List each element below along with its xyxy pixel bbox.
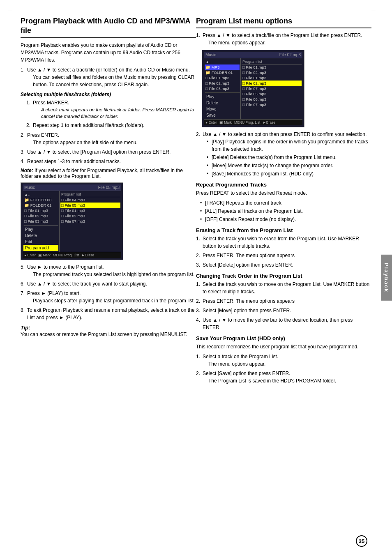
step-5: 5. Use ► to move to the Program list. Th…: [21, 263, 196, 278]
repeat-title: Repeat Programmed Tracks: [196, 182, 371, 188]
sc2-prog-header: Program list: [242, 59, 302, 64]
marker-step-1: 1. Press MARKER. A check mark appears on…: [26, 99, 196, 120]
corner-tl: —: [8, 8, 12, 13]
content-area: Program Playback with Audio CD and MP3/W…: [0, 16, 392, 539]
right-step-2: 2. Use ▲ / ▼ to select an option then pr…: [196, 131, 371, 177]
step-3: 3. Use ▲ / ▼ to select the [Program Add]…: [21, 148, 196, 156]
sc2-row-f01: 📁 FOLDER 01: [205, 70, 240, 75]
sc2-menu-move: Move: [205, 106, 240, 112]
step-6: 6. Use ▲ / ▼ to select the track you wan…: [21, 280, 196, 288]
sc1-menu-program-add: Program add: [23, 245, 58, 251]
sc2-header: Music File 02.mp3: [204, 52, 302, 58]
sc2-prog-3: □ File 01.mp3: [242, 75, 302, 81]
sc2-right: Program list □ File 01.mp3 □ File 02.mp3…: [241, 58, 302, 119]
sc2-menu-delete: Delete: [205, 100, 240, 106]
save-intro: This recorder memorizes the user program…: [196, 343, 371, 350]
erase-step-1: 1. Select the track you wish to erase fr…: [196, 235, 371, 250]
sc1-row-file02: □ File 02.mp3: [23, 213, 58, 219]
repeat-list: [TRACK] Repeats the current track. [ALL]…: [200, 199, 371, 223]
sc2-row-file01: □ File 01.mp3: [205, 75, 240, 81]
sc2-prog-6: □ File 05.mp3: [242, 91, 302, 97]
option-play: [Play] Playback begins in the order in w…: [207, 138, 371, 153]
sc1-menu-delete: Delete: [23, 233, 58, 239]
repeat-off: [OFF] Cancels Repeat mode (no display).: [200, 216, 371, 223]
sc2-menu-save: Save: [205, 112, 240, 118]
sc2-prog-4: □ File 02.mp3: [242, 81, 302, 86]
main-steps-continued: 2. Press ENTER. The options appear on th…: [21, 131, 196, 165]
change-step-1: 1. Select the track you wish to move on …: [196, 281, 371, 295]
change-step-2: 2. Press ENTER. The menu options appears: [196, 297, 371, 305]
sc1-footer: ● Enter ▣ Mark MENU Prog. List ►Erase: [23, 252, 121, 258]
sc1-header: Music File 05.mp3: [23, 184, 121, 191]
right-step-1: 1. Press ▲ / ▼ to select a track/file on…: [196, 32, 371, 46]
sc1-menu-edit: Edit: [23, 239, 58, 245]
sc1-prog-3: □ File 01.mp3: [60, 208, 120, 213]
screenshot-1: Music File 05.mp3 ▲.. 📁 FOLDER 00 📁 FOLD…: [21, 182, 123, 260]
save-title: Save Your Program List (HDD only): [196, 335, 371, 341]
erase-step-2: 2. Press ENTER. The menu options appears: [196, 252, 371, 259]
change-step-3: 3. Select [Move] option then press ENTER…: [196, 307, 371, 314]
sc2-prog-2: □ File 02.mp3: [242, 70, 302, 75]
main-steps-5-8: 5. Use ► to move to the Program list. Th…: [21, 263, 196, 321]
sc1-prog-2: □ File 05.mp3: [60, 203, 120, 208]
sc1-prog-5: □ File 07.mp3: [60, 219, 120, 224]
right-steps-2: 2. Use ▲ / ▼ to select an option then pr…: [196, 131, 371, 177]
save-step-1: 1. Select a track on the Program List. T…: [196, 353, 371, 368]
sc2-row-up: ▲..: [205, 59, 240, 64]
option-bullets: [Play] Playback begins in the order in w…: [207, 138, 371, 177]
step-2: 2. Press ENTER. The options appear on th…: [21, 131, 196, 146]
sc2-prog-8: □ File 07.mp3: [242, 102, 302, 107]
erase-step-3: 3. Select [Delete] option then press ENT…: [196, 261, 371, 269]
screenshot-2: Music File 02.mp3 ▲.. 📁 MP3 📁 FOLDER 01 …: [202, 50, 304, 127]
sc1-row-f01: 📁 FOLDER 01: [23, 203, 58, 208]
sc1-row-up: ▲..: [23, 192, 58, 197]
option-save: [Save] Memorizes the program list. (HDD …: [207, 170, 371, 177]
change-step-4: 4. Use ▲ / ▼ to move the yellow bar to t…: [196, 316, 371, 331]
note-block: Note: If you select a folder for Program…: [21, 168, 196, 179]
repeat-track: [TRACK] Repeats the current track.: [200, 199, 371, 207]
sc1-menu-play: Play: [23, 226, 58, 233]
sc1-row-file03: □ File 03.mp3: [23, 219, 58, 224]
sc1-row-f00: 📁 FOLDER 00: [23, 197, 58, 203]
erase-title: Erasing a Track from the Program List: [196, 227, 371, 233]
save-step-2: 2. Select [Save] option then press ENTER…: [196, 370, 371, 385]
right-section-title: Program List menu options: [196, 16, 371, 28]
page-number: 35: [356, 535, 367, 547]
erase-list: 1. Select the track you wish to erase fr…: [196, 235, 371, 269]
repeat-all: [ALL] Repeats all tracks on the Program …: [200, 207, 371, 215]
save-list: 1. Select a track on the Program List. T…: [196, 353, 371, 385]
corner-tr: —: [371, 8, 376, 13]
sc2-prog-1: □ File 01.mp3: [242, 64, 302, 70]
intro-text: Program Playback enables you to make cus…: [21, 41, 196, 64]
sc2-left: ▲.. 📁 MP3 📁 FOLDER 01 □ File 01.mp3 □ Fi…: [204, 58, 241, 119]
marker-step-1-italic: A check mark appears on the file/track o…: [41, 106, 196, 120]
left-column: Program Playback with Audio CD and MP3/W…: [21, 16, 196, 539]
sc1-prog-4: □ File 02.mp3: [60, 213, 120, 219]
selecting-heading: Selecting multiple files/tracks (folders…: [21, 92, 196, 97]
sc1-right: Program list □ File 04.mp3 □ File 05.mp3…: [60, 191, 121, 252]
page: — — — Program Playback with Audio CD and…: [0, 0, 392, 555]
step-1: 1. Use ▲ / ▼ to select a track/file (or …: [21, 66, 196, 88]
step-7: 7. Press ► (PLAY) to start. Playback sto…: [21, 290, 196, 304]
sc1-prog-header: Program list: [60, 192, 120, 197]
sc2-menu-play: Play: [205, 94, 240, 100]
change-list: 1. Select the track you wish to move on …: [196, 281, 371, 331]
sc2-body: ▲.. 📁 MP3 📁 FOLDER 01 □ File 01.mp3 □ Fi…: [204, 58, 302, 119]
change-title: Changing Track Order in the Program List: [196, 273, 371, 279]
repeat-intro: Press REPEAT to select the desired Repea…: [196, 189, 371, 197]
option-move: [Move] Moves the track(s) to change the …: [207, 162, 371, 169]
sc1-prog-1: □ File 04.mp3: [60, 197, 120, 203]
sc2-footer: ● Enter ▣ Mark MENU Prog. List ►Erase: [204, 119, 302, 125]
selecting-sublist: 1. Press MARKER. A check mark appears on…: [26, 99, 196, 129]
side-tab: Playback: [381, 254, 392, 300]
sc2-row-mp3: 📁 MP3: [205, 64, 240, 70]
marker-step-2: 2. Repeat step 1 to mark additional file…: [26, 122, 196, 129]
step-4: 4. Repeat steps 1-3 to mark additional t…: [21, 158, 196, 165]
step-list-main: 1. Use ▲ / ▼ to select a track/file (or …: [21, 66, 196, 88]
step-8: 8. To exit Program Playback and resume n…: [21, 306, 196, 321]
sc1-row-file01: □ File 01.mp3: [23, 208, 58, 213]
sc2-prog-5: □ File 07.mp3: [242, 86, 302, 91]
option-delete: [Delete] Deletes the track(s) from the P…: [207, 154, 371, 161]
left-section-title: Program Playback with Audio CD and MP3/W…: [21, 16, 196, 38]
right-column: Program List menu options 1. Press ▲ / ▼…: [196, 16, 371, 539]
